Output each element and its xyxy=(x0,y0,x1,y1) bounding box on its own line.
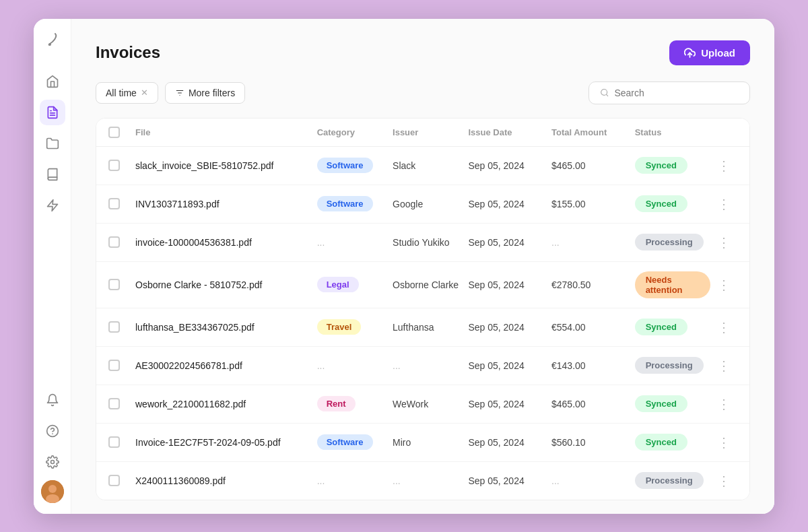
file-name: AE300022024566781.pdf xyxy=(135,360,317,371)
category-badge: Travel xyxy=(317,319,393,335)
row-checkbox-6[interactable] xyxy=(108,360,120,371)
select-all-checkbox[interactable] xyxy=(108,127,120,138)
sidebar-item-book[interactable] xyxy=(40,162,65,187)
avatar[interactable] xyxy=(41,480,64,503)
table-row: X2400111360089.pdf ... ... Sep 05, 2024 … xyxy=(96,462,749,500)
close-icon[interactable]: ✕ xyxy=(141,88,148,98)
total-amount: $560.10 xyxy=(551,437,635,448)
row-checkbox-1[interactable] xyxy=(108,160,120,171)
issuer: Slack xyxy=(393,160,468,171)
category-label: Software xyxy=(317,196,373,211)
row-more-button[interactable]: ⋮ xyxy=(710,275,737,294)
upload-button[interactable]: Upload xyxy=(669,40,750,65)
row-checkbox-7[interactable] xyxy=(108,398,120,409)
status-cell: Synced xyxy=(635,319,710,335)
status-badge: Synced xyxy=(635,195,687,212)
category-empty: ... xyxy=(317,475,325,486)
issue-date: Sep 05, 2024 xyxy=(468,279,551,290)
total-amount: €554.00 xyxy=(551,322,635,333)
total-amount: €143.00 xyxy=(551,360,635,371)
upload-icon xyxy=(684,47,696,59)
status-cell: Synced xyxy=(635,434,710,451)
issuer: Studio Yukiko xyxy=(393,237,468,248)
sidebar xyxy=(34,19,71,514)
category-badge: Software xyxy=(317,434,393,450)
search-icon xyxy=(600,88,609,98)
svg-point-8 xyxy=(48,485,57,493)
status-badge: Processing xyxy=(635,472,704,489)
status-badge: Processing xyxy=(635,234,704,251)
svg-line-15 xyxy=(606,94,607,96)
issue-date: Sep 05, 2024 xyxy=(468,475,551,486)
svg-marker-3 xyxy=(47,199,57,211)
issue-date: Sep 05, 2024 xyxy=(468,322,551,333)
status-badge: Processing xyxy=(635,357,704,374)
sidebar-item-documents[interactable] xyxy=(40,100,65,125)
issue-date: Sep 05, 2024 xyxy=(468,199,551,209)
status-cell: Needs attention xyxy=(635,271,710,298)
row-more-button[interactable]: ⋮ xyxy=(710,433,737,452)
status-cell: Synced xyxy=(635,157,710,174)
category-empty: ... xyxy=(317,237,325,248)
row-more-button[interactable]: ⋮ xyxy=(710,318,737,337)
search-input[interactable] xyxy=(614,88,739,98)
svg-point-6 xyxy=(50,460,54,463)
search-box[interactable] xyxy=(588,81,750,104)
total-amount: $465.00 xyxy=(551,160,635,171)
file-name: INV1303711893.pdf xyxy=(135,199,317,209)
status-badge: Synced xyxy=(635,434,687,451)
issuer: Osborne Clarke xyxy=(393,279,468,290)
table-row: wework_22100011682.pdf Rent WeWork Sep 0… xyxy=(96,385,749,424)
status-cell: Synced xyxy=(635,195,710,212)
sidebar-item-folder[interactable] xyxy=(40,131,65,156)
total-amount: ... xyxy=(551,475,635,486)
issue-date: Sep 05, 2024 xyxy=(468,160,551,171)
file-name: wework_22100011682.pdf xyxy=(135,399,317,409)
col-file: File xyxy=(135,127,317,137)
sidebar-item-lightning[interactable] xyxy=(40,193,65,218)
issuer: WeWork xyxy=(393,399,468,409)
svg-point-0 xyxy=(48,43,51,46)
row-more-button[interactable]: ⋮ xyxy=(710,471,737,490)
table-body: slack_invoice_SBIE-5810752.pdf Software … xyxy=(96,147,749,500)
category-badge: Software xyxy=(317,158,393,173)
category-label: Rent xyxy=(317,396,356,411)
col-issue-date: Issue Date xyxy=(468,127,551,137)
row-checkbox-2[interactable] xyxy=(108,198,120,209)
status-badge: Synced xyxy=(635,395,687,412)
status-cell: Synced xyxy=(635,395,710,412)
total-amount: $155.00 xyxy=(551,199,635,209)
all-time-filter[interactable]: All time ✕ xyxy=(96,82,158,104)
issue-date: Sep 05, 2024 xyxy=(468,437,551,448)
row-more-button[interactable]: ⋮ xyxy=(710,156,737,175)
main-content: Invoices Upload All time ✕ xyxy=(71,19,774,514)
file-name: Invoice-1E2C7F5T-2024-09-05.pdf xyxy=(135,437,317,448)
table-row: AE300022024566781.pdf ... ... Sep 05, 20… xyxy=(96,347,749,385)
table-row: lufthansa_BE334367025.pdf Travel Lufthan… xyxy=(96,308,749,347)
invoices-table: File Category Issuer Issue Date Total Am… xyxy=(96,118,750,500)
col-issuer: Issuer xyxy=(393,127,468,137)
row-checkbox-3[interactable] xyxy=(108,236,120,248)
more-filters-button[interactable]: More filters xyxy=(165,82,245,104)
row-more-button[interactable]: ⋮ xyxy=(710,356,737,375)
issue-date: Sep 05, 2024 xyxy=(468,360,551,371)
row-more-button[interactable]: ⋮ xyxy=(710,195,737,213)
row-more-button[interactable]: ⋮ xyxy=(710,395,737,413)
sidebar-item-home[interactable] xyxy=(40,69,65,94)
category-label: Travel xyxy=(317,319,362,335)
row-checkbox-5[interactable] xyxy=(108,321,120,333)
row-checkbox-9[interactable] xyxy=(108,475,120,486)
col-status: Status xyxy=(635,127,710,137)
row-checkbox-4[interactable] xyxy=(108,279,120,290)
header: Invoices Upload xyxy=(96,40,750,65)
col-category: Category xyxy=(317,127,393,137)
row-checkbox-8[interactable] xyxy=(108,436,120,448)
row-more-button[interactable]: ⋮ xyxy=(710,233,737,252)
file-name: X2400111360089.pdf xyxy=(135,475,317,486)
sidebar-item-help[interactable] xyxy=(40,418,65,444)
table-row: slack_invoice_SBIE-5810752.pdf Software … xyxy=(96,147,749,185)
sidebar-item-bell[interactable] xyxy=(40,387,65,413)
sidebar-item-settings[interactable] xyxy=(40,449,65,475)
issue-date: Sep 05, 2024 xyxy=(468,399,551,409)
category-label: Software xyxy=(317,434,373,450)
